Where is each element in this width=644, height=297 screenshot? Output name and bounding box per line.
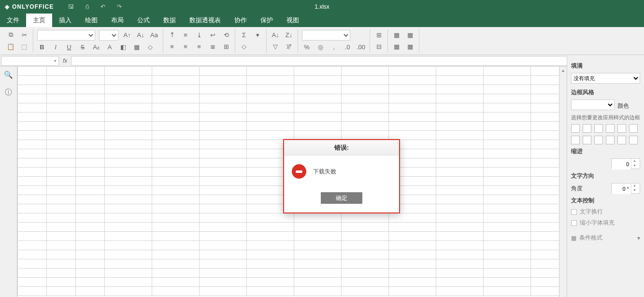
fill-select[interactable]: 没有填充 xyxy=(571,73,640,84)
sort-desc-icon[interactable]: Z↓ xyxy=(284,30,294,40)
fx-icon[interactable]: fx xyxy=(59,57,71,64)
align-middle-icon[interactable]: ≡ xyxy=(181,30,190,40)
table-format-icon[interactable]: ▦ xyxy=(405,30,415,40)
table-row[interactable] xyxy=(17,103,559,113)
table-row[interactable] xyxy=(17,250,559,259)
border-vert-icon[interactable] xyxy=(583,136,591,144)
increase-font-icon[interactable]: A↑ xyxy=(122,30,132,40)
menu-tab-1[interactable]: 主页 xyxy=(26,14,52,27)
align-left-icon[interactable]: ≡ xyxy=(167,42,177,52)
redo-icon[interactable]: ↷ xyxy=(117,3,122,10)
clear-filter-icon[interactable]: ▽̸ xyxy=(284,42,294,52)
border-outer-icon[interactable] xyxy=(571,124,580,133)
shrink-fit-checkbox-row[interactable]: 缩小字体填充 xyxy=(571,219,640,227)
menu-tab-8[interactable]: 协作 xyxy=(228,14,254,27)
border-left-icon[interactable] xyxy=(571,136,580,144)
number-format-select[interactable] xyxy=(302,30,350,41)
cell-style-icon[interactable]: ▦ xyxy=(392,42,401,52)
ok-button[interactable]: 确定 xyxy=(321,192,362,204)
paste-icon[interactable]: 📋 xyxy=(6,42,15,52)
borders-icon[interactable]: ▦ xyxy=(132,42,142,52)
chevron-down-icon[interactable]: ▾ xyxy=(52,58,58,63)
border-none-icon[interactable] xyxy=(606,124,615,133)
table-row[interactable] xyxy=(17,241,559,250)
decrease-decimal-icon[interactable]: .0 xyxy=(343,42,352,52)
cond-format-icon[interactable]: ▦ xyxy=(571,235,576,241)
table-row[interactable] xyxy=(17,94,559,103)
menu-tab-10[interactable]: 视图 xyxy=(280,14,306,27)
delete-cells-icon[interactable]: ⊟ xyxy=(374,42,384,52)
cond-format-label[interactable]: 条件格式 xyxy=(579,234,602,242)
indent-input[interactable]: ▲▼ xyxy=(611,158,640,169)
table-row[interactable] xyxy=(17,287,559,296)
table-row[interactable] xyxy=(17,113,559,122)
subscript-icon[interactable]: A₂ xyxy=(91,42,101,52)
menu-tab-0[interactable]: 文件 xyxy=(0,14,26,27)
border-line-select[interactable] xyxy=(571,99,615,110)
table-row[interactable] xyxy=(17,67,559,76)
fill-color-icon[interactable]: ◧ xyxy=(118,42,128,52)
table-row[interactable] xyxy=(17,85,559,94)
select-cursor-icon[interactable]: ⬚ xyxy=(19,42,29,52)
copy-icon[interactable]: ⧉ xyxy=(6,30,15,40)
angle-input[interactable]: ▲▼ xyxy=(611,183,640,194)
table-row[interactable] xyxy=(17,223,559,232)
cond-format-icon[interactable]: ▦ xyxy=(392,30,401,40)
filter-icon[interactable]: ▽ xyxy=(271,42,280,52)
info-icon[interactable]: ⓘ xyxy=(5,88,12,97)
save-icon[interactable]: 🖫 xyxy=(68,3,74,10)
insert-cells-icon[interactable]: ⊞ xyxy=(374,30,384,40)
menu-tab-3[interactable]: 绘图 xyxy=(78,14,104,27)
comma-icon[interactable]: , xyxy=(329,42,339,52)
table-row[interactable] xyxy=(17,213,559,223)
chevron-down-icon[interactable]: ▾ xyxy=(637,235,640,241)
table-row[interactable] xyxy=(17,122,559,131)
border-horz-icon[interactable] xyxy=(617,136,626,144)
percent-icon[interactable]: % xyxy=(302,42,312,52)
spin-down-icon[interactable]: ▼ xyxy=(631,164,638,169)
align-bottom-icon[interactable]: ⤓ xyxy=(194,30,204,40)
checkbox-icon[interactable] xyxy=(571,209,577,215)
font-name-select[interactable] xyxy=(37,30,95,41)
menu-tab-5[interactable]: 公式 xyxy=(130,14,157,27)
menu-tab-2[interactable]: 插入 xyxy=(52,14,78,27)
cut-icon[interactable]: ✂ xyxy=(19,30,29,40)
align-right-icon[interactable]: ≡ xyxy=(194,42,204,52)
print-icon[interactable]: ⎙ xyxy=(86,3,89,10)
orientation-icon[interactable]: ⟲ xyxy=(221,30,231,40)
clear-format-icon[interactable]: ◇ xyxy=(145,42,155,52)
border-bottom-icon[interactable] xyxy=(629,136,638,144)
wrap-text-checkbox-row[interactable]: 文字换行 xyxy=(571,208,640,216)
menu-tab-7[interactable]: 数据透视表 xyxy=(183,14,228,27)
menu-tab-4[interactable]: 布局 xyxy=(104,14,130,27)
wrap-text-icon[interactable]: ↩ xyxy=(208,30,217,40)
name-box[interactable]: ▾ xyxy=(1,56,59,66)
clear-icon[interactable]: ◇ xyxy=(239,42,249,52)
spin-down-icon[interactable]: ▼ xyxy=(631,188,638,193)
strikethrough-icon[interactable]: S̶ xyxy=(78,42,87,52)
menu-tab-6[interactable]: 数据 xyxy=(157,14,183,27)
underline-icon[interactable]: U xyxy=(64,42,74,52)
font-size-select[interactable] xyxy=(99,30,118,41)
italic-icon[interactable]: I xyxy=(51,42,60,52)
change-case-icon[interactable]: Aa xyxy=(149,30,159,40)
table-row[interactable] xyxy=(17,259,559,269)
search-icon[interactable]: 🔍 xyxy=(4,71,13,79)
border-all-icon[interactable] xyxy=(594,124,603,133)
sort-asc-icon[interactable]: A↓ xyxy=(271,30,280,40)
font-color-icon[interactable]: A xyxy=(105,42,114,52)
increase-decimal-icon[interactable]: .00 xyxy=(356,42,366,52)
border-right-icon[interactable] xyxy=(594,136,603,144)
spin-up-icon[interactable]: ▲ xyxy=(631,159,638,164)
decrease-font-icon[interactable]: A↓ xyxy=(136,30,145,40)
border-diag2-icon[interactable] xyxy=(629,124,638,133)
table-row[interactable] xyxy=(17,76,559,85)
menu-tab-9[interactable]: 保护 xyxy=(254,14,280,27)
border-inner-icon[interactable] xyxy=(583,124,591,133)
table-row[interactable] xyxy=(17,232,559,241)
fill-down-icon[interactable]: ▾ xyxy=(253,30,262,40)
bold-icon[interactable]: B xyxy=(37,42,47,52)
sum-icon[interactable]: Σ xyxy=(239,30,249,40)
checkbox-icon[interactable] xyxy=(571,220,577,226)
format-icon[interactable]: ▦ xyxy=(405,42,415,52)
